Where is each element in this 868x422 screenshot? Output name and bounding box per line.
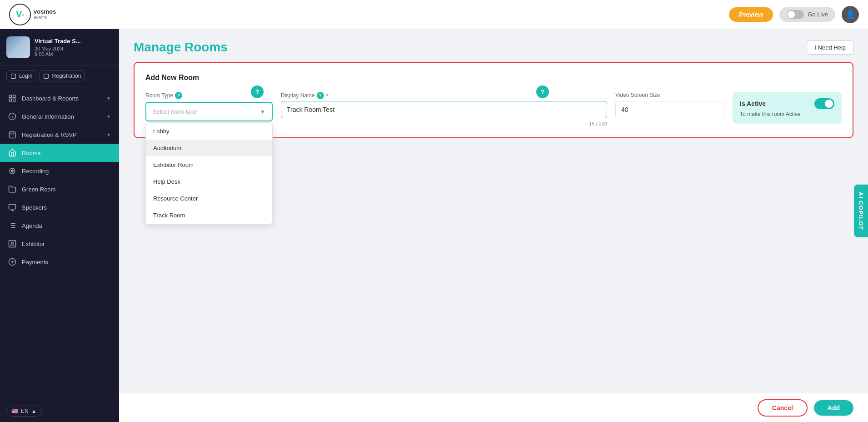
go-live-label: Go Live	[808, 11, 828, 18]
form-row: ? ? Room Type ? Select room type ▼	[145, 92, 842, 126]
event-thumbnail	[6, 36, 30, 58]
svg-rect-5	[13, 99, 15, 101]
is-active-row: is Active	[740, 98, 834, 109]
is-active-desc: To make this room Active	[740, 111, 834, 117]
card-title: Add New Room	[145, 74, 842, 82]
sidebar-item-label: Green Room	[22, 186, 55, 193]
chevron-icon: ▼	[106, 96, 111, 101]
video-size-tooltip[interactable]: ?	[536, 85, 549, 98]
room-type-placeholder: Select room type	[153, 108, 197, 115]
event-name: Virtual Trade S...	[35, 38, 81, 45]
login-icon	[10, 73, 16, 79]
language-selector[interactable]: 🇺🇸 EN ▲	[6, 406, 42, 417]
logo-circle: V○	[9, 4, 31, 25]
dropdown-item-resource-center[interactable]: Resource Center	[146, 190, 272, 207]
header-right: Preview Go Live 👤	[729, 6, 859, 23]
room-type-help-icon[interactable]: ?	[175, 92, 182, 99]
sidebar-footer: 🇺🇸 EN ▲	[0, 400, 119, 422]
cancel-button[interactable]: Cancel	[758, 399, 808, 417]
sidebar-item-general[interactable]: General Information ▼	[0, 107, 119, 126]
lang-label: EN	[21, 408, 29, 414]
dropdown-item-exhibitor-room[interactable]: Exhibitor Room	[146, 156, 272, 173]
dropdown-item-track-room[interactable]: Track Room	[146, 207, 272, 224]
dropdown-item-auditorium[interactable]: Auditorium	[146, 140, 272, 156]
sidebar-item-registration[interactable]: Registration & RSVP ▼	[0, 126, 119, 144]
sidebar-item-label: Payments	[22, 259, 48, 266]
calendar-icon	[8, 131, 16, 139]
avatar[interactable]: 👤	[842, 6, 859, 23]
help-button[interactable]: I Need Help	[807, 40, 853, 55]
video-size-field: Video Screen Size	[615, 92, 724, 118]
dropdown-item-help-desk[interactable]: Help Desk	[146, 173, 272, 190]
user-square-icon	[8, 240, 16, 248]
sidebar-item-speakers[interactable]: Speakers	[0, 198, 119, 216]
sidebar-item-label: Speakers	[22, 204, 47, 211]
svg-rect-0	[11, 74, 16, 78]
registration-link[interactable]: Registration	[39, 70, 85, 81]
event-info: Virtual Trade S... 20 May 2024 9:00 AM	[35, 38, 81, 57]
sidebar-item-exhibitor[interactable]: Exhibitor	[0, 235, 119, 253]
display-name-input-wrapper	[281, 101, 607, 118]
login-link[interactable]: Login	[6, 70, 36, 81]
char-count: 15 / 200	[281, 121, 607, 126]
is-active-field: is Active To make this room Active	[733, 92, 842, 124]
registration-label: Registration	[52, 73, 81, 79]
sidebar-item-dashboard[interactable]: Dashboard & Reports ▼	[0, 89, 119, 107]
svg-point-14	[11, 170, 14, 172]
display-name-label: Display Name ? *	[281, 92, 607, 99]
video-size-label: Video Screen Size	[615, 92, 724, 98]
login-label: Login	[19, 73, 32, 79]
sidebar: Virtual Trade S... 20 May 2024 9:00 AM L…	[0, 29, 119, 422]
svg-rect-9	[9, 132, 15, 138]
go-live-switch[interactable]	[787, 10, 804, 19]
is-active-toggle[interactable]	[814, 98, 834, 109]
video-size-input-wrapper	[615, 101, 724, 118]
page-header: Manage Rooms I Need Help	[119, 29, 868, 62]
sidebar-item-agenda[interactable]: Agenda	[0, 216, 119, 235]
sidebar-item-label: Rooms	[22, 150, 40, 156]
room-type-select[interactable]: Select room type ▼	[145, 102, 273, 121]
preview-button[interactable]: Preview	[729, 7, 773, 22]
page-title: Manage Rooms	[134, 40, 228, 55]
display-name-help-icon[interactable]: ?	[317, 92, 324, 99]
lang-chevron-icon: ▲	[31, 408, 37, 414]
monitor-icon	[8, 203, 16, 211]
sidebar-item-label: Recording	[22, 168, 49, 175]
sidebar-item-recording[interactable]: Recording	[0, 162, 119, 180]
recording-icon	[8, 167, 16, 175]
coin-icon	[8, 258, 16, 266]
video-size-input[interactable]	[621, 106, 718, 113]
chevron-icon: ▼	[106, 114, 111, 119]
grid-icon	[8, 94, 16, 102]
home-icon	[8, 149, 16, 157]
ai-copilot-button[interactable]: AI COPILOT	[854, 185, 868, 237]
display-name-field: Display Name ? * 15 / 200	[281, 92, 607, 126]
list-icon	[8, 221, 16, 230]
sidebar-links: Login Registration	[0, 66, 119, 86]
sidebar-item-label: Dashboard & Reports	[22, 95, 79, 102]
flag-icon: 🇺🇸	[11, 408, 18, 414]
svg-rect-15	[9, 204, 16, 209]
sidebar-nav: Dashboard & Reports ▼ General Informatio…	[0, 86, 119, 400]
logo-name: vosmos	[34, 9, 56, 15]
logo-area: V○ vosmos events	[9, 4, 56, 25]
main-layout: Virtual Trade S... 20 May 2024 9:00 AM L…	[0, 29, 868, 422]
bottom-bar: Cancel Add	[119, 393, 868, 422]
sidebar-item-label: Agenda	[22, 222, 42, 229]
sidebar-item-rooms[interactable]: Rooms	[0, 144, 119, 162]
display-name-input[interactable]	[287, 106, 601, 113]
svg-rect-3	[13, 95, 15, 97]
add-button[interactable]: Add	[814, 400, 853, 416]
required-indicator: *	[326, 92, 328, 99]
svg-rect-1	[44, 74, 49, 78]
svg-rect-2	[9, 95, 11, 97]
sidebar-item-payments[interactable]: Payments	[0, 253, 119, 271]
chevron-icon: ▼	[106, 132, 111, 137]
room-type-tooltip[interactable]: ?	[251, 85, 264, 98]
dropdown-item-lobby[interactable]: Lobby	[146, 123, 272, 140]
sidebar-item-greenroom[interactable]: Green Room	[0, 180, 119, 198]
dropdown-chevron-icon: ▼	[260, 109, 265, 115]
go-live-toggle[interactable]: Go Live	[779, 7, 835, 22]
content-scroll: Add New Room ? ? Room Type ? Select room…	[119, 62, 868, 393]
event-card: Virtual Trade S... 20 May 2024 9:00 AM	[0, 29, 119, 66]
